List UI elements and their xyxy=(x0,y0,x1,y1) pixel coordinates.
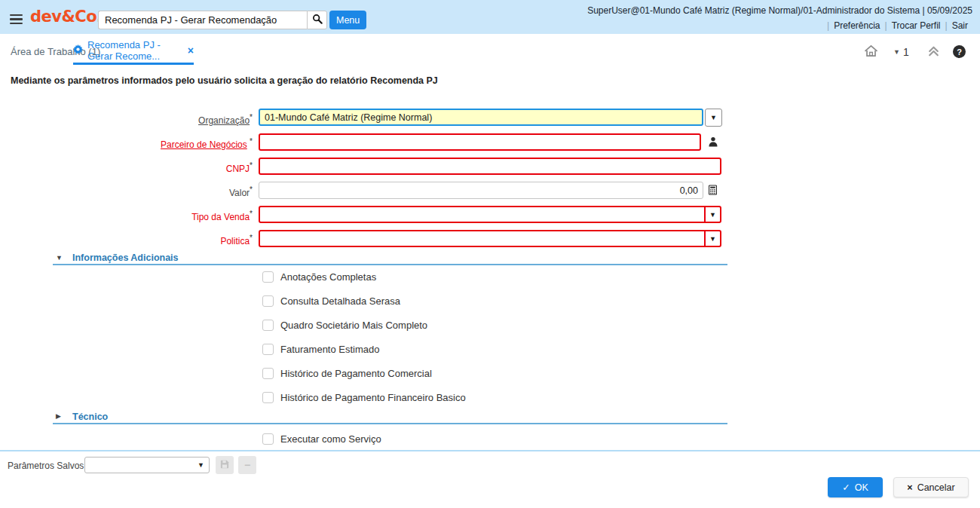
section-adicionais-title[interactable]: Informações Adicionais xyxy=(72,252,179,263)
ok-button[interactable]: ✓ OK xyxy=(828,477,883,497)
gear-icon xyxy=(73,44,83,57)
parceiro-label: Parceiro de Negócios * xyxy=(0,137,253,150)
section-tecnico-title[interactable]: Técnico xyxy=(72,412,108,422)
search-input[interactable] xyxy=(98,11,307,29)
tab-active-recomenda-pj[interactable]: Recomenda PJ - Gerar Recome... × xyxy=(73,38,194,65)
search-button[interactable] xyxy=(307,11,327,29)
home-icon[interactable] xyxy=(864,44,878,60)
form-description: Mediante os parâmetros informados pelo u… xyxy=(11,75,438,86)
tab-bar: Área de Trabalho (1) Recomenda PJ - Gera… xyxy=(0,34,980,67)
chevron-down-icon: ▼ xyxy=(893,48,900,56)
organizacao-dropdown-button[interactable]: ▼ xyxy=(705,109,722,127)
checkbox-row[interactable]: Histórico de Pagamento Financeiro Basico xyxy=(262,392,466,403)
logout-link[interactable]: Sair xyxy=(952,20,968,31)
section-collapse-icon[interactable]: ▼ xyxy=(56,254,63,262)
checkbox-historico-financeiro[interactable] xyxy=(262,392,274,403)
user-session-info: SuperUser@01-Mundo Café Matriz (Regime N… xyxy=(587,5,972,16)
remove-params-button[interactable]: − xyxy=(238,456,256,474)
organizacao-label: Organização* xyxy=(0,113,253,126)
checkbox-faturamento[interactable] xyxy=(262,344,274,355)
checkbox-anotacoes[interactable] xyxy=(262,271,274,283)
switch-profile-link[interactable]: Trocar Perfil xyxy=(892,20,941,31)
valor-label: Valor* xyxy=(0,185,253,198)
preferences-link[interactable]: Preferência xyxy=(834,20,880,31)
search-icon xyxy=(312,14,323,27)
section-expand-icon[interactable]: ▶ xyxy=(56,412,61,420)
person-lookup-icon[interactable] xyxy=(709,136,718,150)
section-divider xyxy=(53,264,727,265)
floppy-save-icon xyxy=(220,460,229,471)
checkbox-quadro-societario[interactable] xyxy=(262,320,274,331)
save-params-button[interactable] xyxy=(216,456,234,474)
minus-icon: − xyxy=(244,459,250,471)
checkbox-row[interactable]: Anotações Completas xyxy=(262,271,376,283)
saved-params-select[interactable]: ▼ xyxy=(84,457,210,473)
tab-page-number: 1 xyxy=(903,46,909,58)
content-divider xyxy=(0,450,980,451)
checkbox-historico-comercial[interactable] xyxy=(262,368,274,379)
calculator-icon[interactable] xyxy=(709,185,717,198)
saved-params-label: Parâmetros Salvos xyxy=(8,461,84,471)
cnpj-label: CNPJ* xyxy=(0,161,253,174)
politica-select[interactable]: ▼ xyxy=(259,230,721,247)
checkbox-row[interactable]: Quadro Societário Mais Completo xyxy=(262,320,427,331)
chevron-down-icon[interactable]: ▼ xyxy=(704,231,720,246)
checkbox-row[interactable]: Histórico de Pagamento Comercial xyxy=(262,368,432,379)
separator: | xyxy=(827,20,829,31)
tipo-venda-select[interactable]: ▼ xyxy=(259,206,721,223)
checkbox-row[interactable]: Faturamento Estimado xyxy=(262,344,380,355)
cancel-button[interactable]: × Cancelar xyxy=(893,477,969,497)
check-icon: ✓ xyxy=(842,482,850,493)
organizacao-input[interactable] xyxy=(259,109,703,126)
valor-input[interactable] xyxy=(259,182,703,199)
global-search xyxy=(98,11,327,29)
app-window: dev&Co. Menu SuperUser@01-Mundo Café Mat… xyxy=(0,0,980,508)
chevron-down-icon[interactable]: ▼ xyxy=(704,207,720,222)
chevron-down-icon: ▼ xyxy=(710,114,717,121)
checkbox-row[interactable]: Consulta Detalhada Serasa xyxy=(262,295,400,307)
separator: | xyxy=(885,20,887,31)
checkbox-consulta-serasa[interactable] xyxy=(262,295,274,307)
tab-pager[interactable]: ▼ 1 xyxy=(893,46,909,58)
user-links: | Preferência | Trocar Perfil | Sair xyxy=(827,20,972,31)
top-header: dev&Co. Menu SuperUser@01-Mundo Café Mat… xyxy=(0,0,980,34)
tab-label: Recomenda PJ - Gerar Recome... xyxy=(87,39,183,62)
hamburger-menu-icon[interactable] xyxy=(10,14,23,25)
separator: | xyxy=(945,20,948,31)
x-icon: × xyxy=(907,482,912,493)
politica-value xyxy=(260,231,704,246)
brand-logo: dev&Co. xyxy=(30,8,103,26)
close-icon[interactable]: × xyxy=(188,45,194,56)
menu-button[interactable]: Menu xyxy=(329,11,366,29)
section-divider xyxy=(53,423,727,424)
cnpj-input[interactable] xyxy=(259,158,721,175)
help-icon[interactable]: ? xyxy=(953,45,966,58)
parceiro-input[interactable] xyxy=(259,133,701,151)
checkbox-executar-servico[interactable] xyxy=(262,433,274,445)
chevron-down-icon: ▼ xyxy=(198,461,209,469)
checkbox-row[interactable]: Executar como Serviço xyxy=(262,433,381,445)
tipo-venda-label: Tipo da Venda* xyxy=(0,210,253,222)
tipo-venda-value xyxy=(260,207,704,222)
collapse-header-icon[interactable] xyxy=(927,44,940,60)
politica-label: Politica* xyxy=(0,234,253,246)
